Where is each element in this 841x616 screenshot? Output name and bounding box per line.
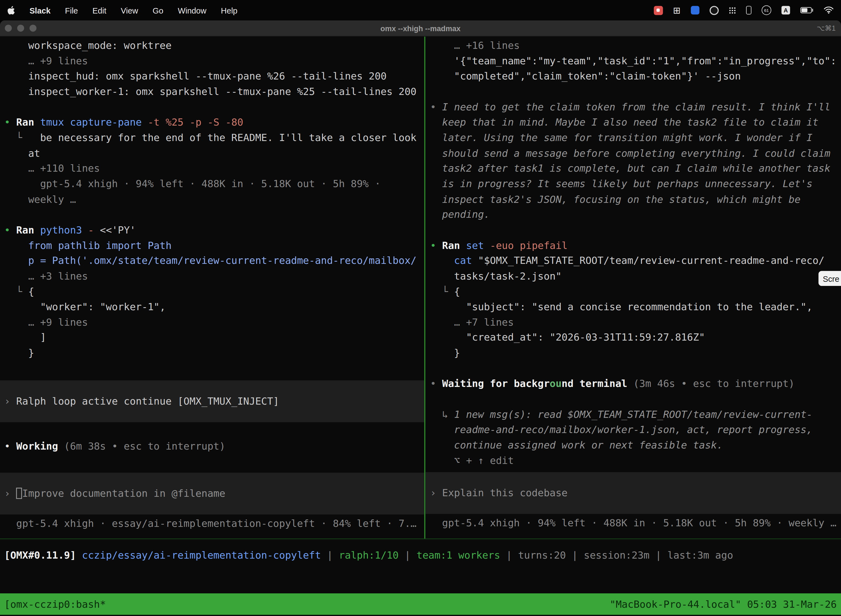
prompt-band[interactable]: › Explain this codebase — [425, 472, 841, 514]
screen: Slack File Edit View Go Window Help ⊞ 61… — [0, 0, 841, 616]
terminal-line: gpt-5.4 xhigh · 94% left · 488K in · 5.1… — [425, 516, 841, 531]
terminal-line: readme-and-reco/mailbox/worker-1.json, a… — [425, 422, 841, 438]
terminal-line: inspect_worker-1: omx sparkshell --tmux-… — [0, 84, 424, 100]
terminal-line: from pathlib import Path — [0, 238, 424, 253]
terminal-line: weekly … — [0, 192, 424, 207]
terminal-line: "subject": "send a concise recommendatio… — [425, 299, 841, 315]
terminal-line: … +9 lines — [0, 315, 424, 330]
terminal-line: '{"team_name":"my-team","task_id":"1","f… — [425, 54, 841, 69]
terminal-line: ↳ 1 new msg(s): read $OMX_TEAM_STATE_ROO… — [425, 407, 841, 422]
terminal-line: task2 after task1 is complete, but can I… — [425, 161, 841, 177]
window-grid-icon[interactable]: ⊞ — [673, 5, 681, 15]
terminal-line: continue assigned work or next feasible … — [425, 438, 841, 453]
terminal-line: … +7 lines — [425, 315, 841, 330]
terminal-line: • Ran python3 - <<'PY' — [0, 223, 424, 238]
circle-app-icon[interactable] — [710, 6, 719, 15]
terminal-line: pending. — [425, 207, 841, 223]
terminal-line: [OMX#0.11.9] cczip/essay/ai-reimplementa… — [0, 548, 841, 563]
menu-window[interactable]: Window — [178, 6, 207, 15]
terminal-line: • Waiting for background terminal (3m 46… — [425, 377, 841, 392]
menu-bar: Slack File Edit View Go Window Help ⊞ 61… — [0, 0, 841, 21]
terminal-line: gpt-5.4 xhigh · 94% left · 488K in · 5.1… — [0, 176, 424, 192]
menu-app-name[interactable]: Slack — [29, 6, 50, 15]
terminal-line — [0, 100, 424, 115]
terminal-line: cat "$OMX_TEAM_STATE_ROOT/team/review-cu… — [425, 253, 841, 269]
terminal-line: at — [0, 146, 424, 161]
terminal-window: omx --xhigh --madmax ⌥⌘1 workspace_mode:… — [0, 21, 841, 616]
terminal-line: └ { — [425, 284, 841, 299]
dots-grid-icon[interactable] — [729, 7, 736, 13]
spacer — [425, 469, 841, 472]
window-title-bar[interactable]: omx --xhigh --madmax ⌥⌘1 — [0, 21, 841, 37]
terminal-line — [425, 392, 841, 407]
terminal-line: inspect task2's JSON, focusing on the st… — [425, 192, 841, 207]
terminal-line: └ { — [0, 284, 424, 299]
terminal-line: • Ran set -euo pipefail — [425, 238, 841, 253]
prompt-band[interactable]: › Improve documentation in @filename — [0, 473, 424, 515]
terminal-line — [425, 223, 841, 238]
terminal-line: later. Using the same for transition mig… — [425, 130, 841, 146]
terminal-line — [0, 207, 424, 223]
terminal-line: … +9 lines — [0, 54, 424, 69]
menu-file[interactable]: File — [65, 6, 78, 15]
terminal-line: } — [0, 346, 424, 361]
terminal-line: is in progress? It seems likely but perh… — [425, 176, 841, 192]
terminal-line: … +16 lines — [425, 38, 841, 54]
menu-view[interactable]: View — [121, 6, 138, 15]
terminal-line: inspect_hud: omx sparkshell --tmux-pane … — [0, 69, 424, 84]
terminal-line: gpt-5.4 xhigh · essay/ai-reimplementatio… — [0, 516, 424, 532]
spacer — [0, 422, 424, 439]
menu-go[interactable]: Go — [152, 6, 163, 15]
terminal-line: … +110 lines — [0, 161, 424, 177]
menu-edit[interactable]: Edit — [92, 6, 106, 15]
tmux-session-label: [omx-cczip0:bash* — [4, 598, 106, 610]
tmux-pane-right[interactable]: … +16 lines '{"team_name":"my-team","tas… — [425, 37, 841, 538]
terminal-line: tasks/task-2.json" — [425, 269, 841, 284]
terminal-line: workspace_mode: worktree — [0, 38, 424, 54]
terminal-line: keep that in mind. Maybe I also need the… — [425, 115, 841, 131]
percent-badge-icon[interactable]: 61 — [762, 5, 771, 15]
terminal-line: should send a message before completing … — [425, 146, 841, 161]
terminal-line: └ be necessary for the end of the README… — [0, 130, 424, 146]
terminal-content: workspace_mode: worktree … +9 lines insp… — [0, 37, 841, 538]
terminal-line — [0, 361, 424, 377]
tmux-pane-left[interactable]: workspace_mode: worktree … +9 lines insp… — [0, 37, 424, 538]
terminal-line: "created_at": "2026-03-31T11:59:27.816Z" — [425, 330, 841, 346]
menu-help[interactable]: Help — [221, 6, 237, 15]
blue-app-icon[interactable] — [691, 6, 699, 14]
prompt-band[interactable]: › Ralph loop active continue [OMX_TMUX_I… — [0, 381, 424, 422]
terminal-line — [425, 84, 841, 100]
window-hotkey: ⌥⌘1 — [817, 24, 835, 32]
terminal-line: "worker": "worker-1", — [0, 299, 424, 315]
wifi-icon[interactable] — [824, 6, 834, 14]
terminal-line: • Ran tmux capture-pane -t %25 -p -S -80 — [0, 115, 424, 131]
terminal-line: • I need to get the claim token from the… — [425, 100, 841, 115]
screen-record-icon[interactable] — [653, 6, 663, 15]
terminal-line: p = Path('.omx/state/team/review-current… — [0, 253, 424, 269]
keyboard-layout-icon[interactable]: A — [781, 6, 790, 14]
phone-mirroring-icon[interactable] — [746, 6, 751, 14]
terminal-line: "completed","claim_token":"claim-token"}… — [425, 69, 841, 84]
menu-status-icons: ⊞ 61 A — [653, 5, 834, 15]
window-title: omx --xhigh --madmax — [0, 24, 841, 32]
terminal-line — [425, 361, 841, 377]
spacer — [0, 377, 424, 381]
omx-status-line: [OMX#0.11.9] cczip/essay/ai-reimplementa… — [0, 539, 841, 593]
tmux-host-clock: "MacBook-Pro-44.local" 05:03 31-Mar-26 — [610, 598, 837, 610]
tmux-status-bar: [omx-cczip0:bash* "MacBook-Pro-44.local"… — [0, 593, 841, 615]
terminal-line: • Working (6m 38s • esc to interrupt) — [0, 439, 424, 455]
terminal-line: … +3 lines — [0, 269, 424, 284]
terminal-line: ⌥ + ↑ edit — [425, 453, 841, 469]
terminal-line: } — [425, 346, 841, 361]
apple-menu-icon[interactable] — [7, 6, 15, 15]
spacer — [0, 455, 424, 473]
terminal-line: ] — [0, 330, 424, 346]
battery-icon[interactable] — [800, 7, 814, 13]
screenshot-toast[interactable]: Scre — [818, 271, 841, 286]
